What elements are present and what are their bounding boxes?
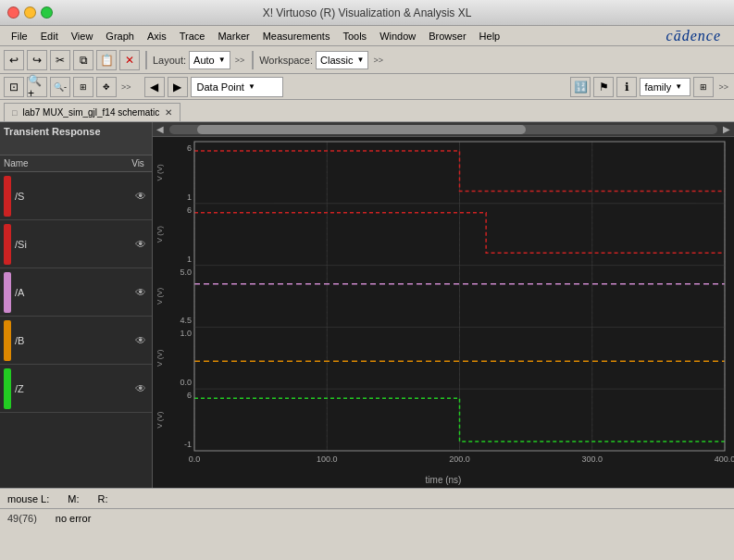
signal-panel-title: Transient Response <box>0 122 152 156</box>
back-button[interactable]: ◀ <box>144 77 165 97</box>
signal-col-headers: Name Vis <box>0 156 152 172</box>
horizontal-scrollbar[interactable]: ◀ ▶ <box>153 122 734 137</box>
copy-button[interactable]: ⧉ <box>73 50 93 70</box>
signal-row-A[interactable]: /A 👁 <box>0 268 152 317</box>
toolbar2-right-expand[interactable]: >> <box>716 82 730 92</box>
signal-color-4 <box>4 368 11 409</box>
maximize-button[interactable] <box>41 6 53 19</box>
signal-color-2 <box>4 272 11 313</box>
toolbar-2: ⊡ 🔍+ 🔍- ⊞ ✥ >> ◀ ▶ Data Point ▼ 🔢 ⚑ ℹ fa… <box>0 74 734 100</box>
main-area: Transient Response Name Vis /S 👁 /Si 👁 /… <box>0 122 734 488</box>
paste-button[interactable]: 📋 <box>96 50 117 70</box>
signal-eye-3[interactable]: 👁 <box>130 330 152 352</box>
tab-close-icon[interactable]: ✕ <box>165 107 172 118</box>
signal-name-2: /A <box>15 287 130 298</box>
tab-label: lab7 MUX_sim_gjl_f14 schematic <box>22 107 159 118</box>
title-bar: X! Virtuoso (R) Visualization & Analysis… <box>0 0 734 26</box>
menu-bar: File Edit View Graph Axis Trace Marker M… <box>0 26 734 46</box>
undo-button[interactable]: ↩ <box>4 50 24 70</box>
zoom-in-button[interactable]: 🔍+ <box>27 77 47 97</box>
signal-name-1: /Si <box>15 239 130 250</box>
cadence-logo: cādence <box>666 28 728 44</box>
signal-row-S[interactable]: /S 👁 <box>0 172 152 220</box>
menu-graph[interactable]: Graph <box>100 29 140 44</box>
status-bar-mouse: mouse L: M: R: <box>0 488 734 508</box>
family-arrow: ▼ <box>675 82 682 91</box>
menu-axis[interactable]: Axis <box>142 29 172 44</box>
zoom-fit-button[interactable]: ⊡ <box>4 77 24 97</box>
family-dropdown[interactable]: family ▼ <box>640 78 690 96</box>
forward-button[interactable]: ▶ <box>168 77 188 97</box>
flag-button[interactable]: ⚑ <box>593 77 614 97</box>
signal-eye-2[interactable]: 👁 <box>130 281 152 304</box>
toolbar1-expand[interactable]: >> <box>233 56 247 65</box>
r-label: R: <box>97 493 107 504</box>
menu-view[interactable]: View <box>66 29 99 44</box>
toolbar-1: ↩ ↪ ✂ ⧉ 📋 ✕ Layout: Auto ▼ >> Workspace:… <box>0 46 734 74</box>
data-point-label: Data Point <box>197 81 244 93</box>
signal-name-4: /Z <box>15 383 130 394</box>
workspace-dropdown[interactable]: Classic ▼ <box>316 51 368 69</box>
signal-row-Si[interactable]: /Si 👁 <box>0 220 152 268</box>
status-bar-bottom: 49(76) no error <box>0 508 734 527</box>
waveform-canvas[interactable] <box>153 137 734 488</box>
col-vis-header: Vis <box>124 158 152 168</box>
signal-eye-4[interactable]: 👁 <box>130 378 152 400</box>
menu-measurements[interactable]: Measurements <box>257 29 336 44</box>
pan-button[interactable]: ✥ <box>96 77 117 97</box>
close-button[interactable] <box>7 6 19 19</box>
line-number: 49(76) <box>7 513 37 524</box>
signal-color-1 <box>4 224 11 265</box>
menu-browser[interactable]: Browser <box>423 29 471 44</box>
cut-button[interactable]: ✂ <box>50 50 70 70</box>
signal-color-0 <box>4 176 11 217</box>
family-label: family <box>644 81 671 93</box>
data-point-arrow: ▼ <box>248 82 255 91</box>
delete-button[interactable]: ✕ <box>119 50 140 70</box>
chart-container <box>153 137 734 488</box>
signal-color-3 <box>4 320 11 361</box>
layout-label: Layout: <box>153 55 186 66</box>
mouse-label: mouse L: <box>7 493 49 504</box>
scroll-right-arrow[interactable]: ▶ <box>721 124 732 134</box>
workspace-dropdown-arrow: ▼ <box>357 56 365 64</box>
scroll-thumb[interactable] <box>197 125 526 134</box>
family-extra-button[interactable]: ⊞ <box>693 77 714 97</box>
tab-bar: □ lab7 MUX_sim_gjl_f14 schematic ✕ <box>0 100 734 122</box>
menu-edit[interactable]: Edit <box>35 29 64 44</box>
signal-list: /S 👁 /Si 👁 /A 👁 /B 👁 /Z 👁 <box>0 172 152 488</box>
info-button[interactable]: ℹ <box>616 77 637 97</box>
signal-eye-0[interactable]: 👁 <box>130 185 152 207</box>
scroll-track[interactable] <box>169 125 717 134</box>
graph-area: ◀ ▶ <box>153 122 734 488</box>
menu-window[interactable]: Window <box>374 29 421 44</box>
minimize-button[interactable] <box>24 6 36 19</box>
zoom-out-button[interactable]: 🔍- <box>50 77 70 97</box>
col-name-header: Name <box>0 158 124 168</box>
m-label: M: <box>68 493 79 504</box>
workspace-expand[interactable]: >> <box>371 56 385 65</box>
main-tab[interactable]: □ lab7 MUX_sim_gjl_f14 schematic ✕ <box>4 103 180 121</box>
signal-eye-1[interactable]: 👁 <box>130 233 152 255</box>
menu-file[interactable]: File <box>6 29 33 44</box>
window-controls[interactable] <box>7 6 53 19</box>
separator-2 <box>252 51 254 69</box>
scroll-left-arrow[interactable]: ◀ <box>155 124 166 134</box>
calculator-button[interactable]: 🔢 <box>570 77 591 97</box>
menu-trace[interactable]: Trace <box>174 29 211 44</box>
menu-items: File Edit View Graph Axis Trace Marker M… <box>6 29 505 44</box>
layout-dropdown-arrow: ▼ <box>218 56 226 64</box>
signal-row-B[interactable]: /B 👁 <box>0 317 152 365</box>
window-title: X! Virtuoso (R) Visualization & Analysis… <box>263 6 472 19</box>
menu-help[interactable]: Help <box>474 29 506 44</box>
menu-marker[interactable]: Marker <box>212 29 255 44</box>
toolbar2-expand[interactable]: >> <box>119 82 133 92</box>
zoom-area-button[interactable]: ⊞ <box>73 77 93 97</box>
signal-row-Z[interactable]: /Z 👁 <box>0 365 152 413</box>
data-point-dropdown[interactable]: Data Point ▼ <box>191 77 283 97</box>
menu-tools[interactable]: Tools <box>337 29 372 44</box>
signal-name-3: /B <box>15 335 130 346</box>
layout-dropdown[interactable]: Auto ▼ <box>189 51 230 69</box>
error-message: no error <box>56 513 92 524</box>
redo-button[interactable]: ↪ <box>27 50 47 70</box>
